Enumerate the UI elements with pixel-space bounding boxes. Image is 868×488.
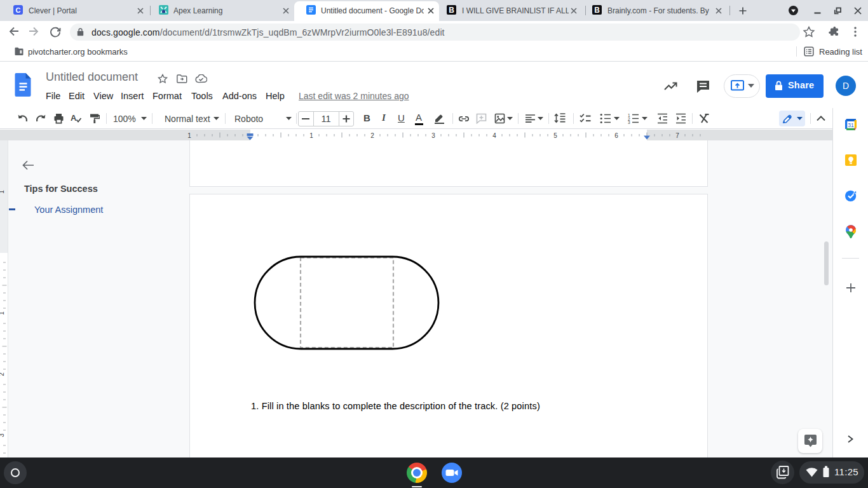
svg-text:6: 6 xyxy=(614,132,618,139)
svg-text:1: 1 xyxy=(187,132,191,139)
svg-text:31: 31 xyxy=(848,122,854,128)
svg-text:B: B xyxy=(449,6,454,15)
svg-text:3: 3 xyxy=(628,120,630,124)
svg-text:B: B xyxy=(594,6,600,15)
svg-text:4: 4 xyxy=(492,132,496,139)
svg-text:1: 1 xyxy=(309,132,313,139)
svg-text:1: 1 xyxy=(0,311,5,315)
svg-text:1: 1 xyxy=(0,190,5,194)
svg-text:5: 5 xyxy=(553,132,557,139)
svg-text:C: C xyxy=(16,6,21,14)
svg-text:A: A xyxy=(71,113,77,123)
svg-text:2: 2 xyxy=(0,372,5,376)
svg-text:2: 2 xyxy=(370,132,374,139)
svg-text:3: 3 xyxy=(0,433,5,437)
svg-text:3: 3 xyxy=(431,132,435,139)
svg-text:7: 7 xyxy=(675,132,679,139)
